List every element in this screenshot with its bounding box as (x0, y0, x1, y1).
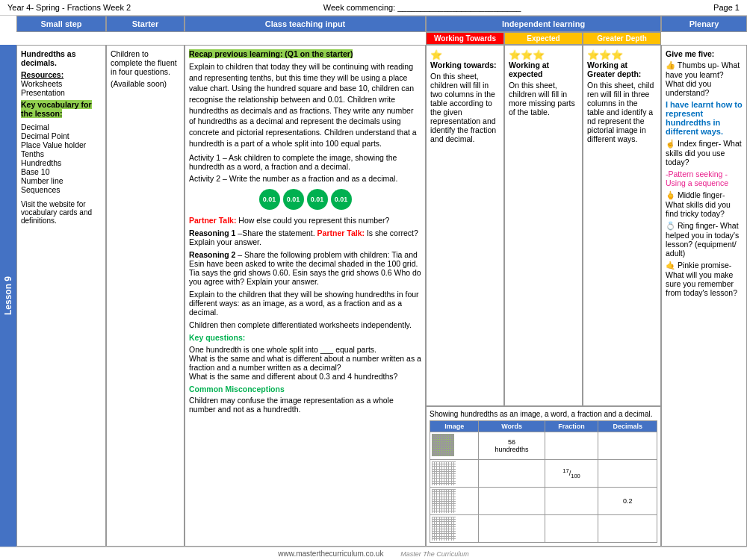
small-step-title: Hundredths as decimals. (21, 49, 102, 67)
common-text: Children may confuse the image represent… (189, 396, 421, 414)
brand-tagline: Master The Curriculum (400, 550, 469, 558)
working-col: ⭐ Working towards: On this sheet, childr… (426, 45, 504, 406)
indep-bottom-title: Showing hundredths as an image, a word, … (430, 410, 657, 418)
explain-text: Explain to the children that they will b… (189, 290, 421, 317)
reasoning2-label: Reasoning 2 (189, 250, 238, 259)
reasoning1-label: Reasoning 1 (189, 228, 238, 237)
row2-decimals (598, 460, 657, 488)
recap-label: Recap previous learning: (Q1 on the star… (189, 49, 353, 58)
row2-words (479, 460, 545, 488)
row1-fraction (545, 432, 598, 460)
row3-words (479, 488, 545, 515)
expected-label: Working at expected (509, 60, 578, 78)
key-questions-label: Key questions: (189, 333, 245, 342)
indep-top: ⭐ Working towards: On this sheet, childr… (426, 45, 661, 406)
plenary-thumb: 👍 Thumbs up- What have you learnt? What … (666, 60, 743, 97)
table-row: document.write(Array(100).fill('<div sty… (430, 432, 657, 460)
table-row: 17/100 (430, 460, 657, 488)
main-content: Lesson 9 Hundredths as decimals. Resourc… (0, 45, 747, 547)
row3-image (430, 488, 479, 515)
resources-label: Resources: (21, 70, 102, 79)
plenary-learnt: I have learnt how to represent hundredth… (666, 100, 743, 136)
row2-fraction: 17/100 (545, 460, 598, 488)
reasoning2: Reasoning 2 – Share the following proble… (189, 250, 421, 286)
row3-fraction (545, 488, 598, 515)
resource-presentation: Presentation (21, 88, 102, 97)
starter-header: Starter (106, 16, 185, 32)
row4-image (430, 515, 479, 543)
vocab-place-value: Place Value holder (21, 140, 102, 149)
row4-fraction (545, 515, 598, 543)
indep-table: Image Words Fraction Decimals document.w (430, 420, 657, 543)
greater-sub-header: Greater Depth (583, 32, 661, 45)
year-title: Year 4- Spring - Fractions Week 2 (7, 3, 131, 12)
columns-wrapper: Hundredths as decimals. Resources: Works… (16, 45, 747, 547)
circle-2: 0.01 (283, 189, 304, 210)
key-q1: One hundredth is one whole split into __… (189, 345, 421, 354)
children-text: Children then complete differentiated wo… (189, 320, 421, 329)
starter-col: Children to complete the fluent in four … (106, 45, 185, 547)
partner-talk-label: Partner Talk: (189, 216, 238, 225)
indep-bottom: Showing hundredths as an image, a word, … (426, 406, 661, 547)
plenary-header: Plenary (661, 16, 747, 32)
key-q2: What is the same and what is different a… (189, 354, 421, 372)
page-header: Year 4- Spring - Fractions Week 2 Week c… (0, 0, 747, 16)
teaching-header: Class teaching input (185, 16, 426, 32)
working-label: Working towards: (430, 60, 500, 69)
key-q3: What is the same and different about 0.3… (189, 372, 421, 381)
row3-decimals: 0.2 (598, 488, 657, 515)
circles-row: 0.01 0.01 0.01 0.01 (189, 189, 421, 210)
plenary-intro: Give me five: (666, 49, 743, 58)
activity1: Activity 1 – Ask children to complete th… (189, 153, 421, 171)
expected-col: ⭐⭐⭐ Working at expected On this sheet, c… (504, 45, 583, 406)
circle-1: 0.01 (259, 189, 280, 210)
activity2: Activity 2 – Write the number as a fract… (189, 174, 421, 183)
page-footer: www.masterthecurriculum.co.uk Master The… (0, 547, 747, 560)
table-row: 0.2 (430, 488, 657, 515)
plenary-index: ☝ Index finger- What skills did you use … (666, 139, 743, 167)
starter-text: Children to complete the fluent in four … (111, 49, 180, 76)
plenary-pinkie: 🤙 Pinkie promise- What will you make sur… (666, 261, 743, 297)
reasoning1: Reasoning 1 –Share the statement. Partne… (189, 228, 421, 246)
partner-talk2: Partner Talk: (317, 228, 367, 237)
resource-worksheets: Worksheets (21, 79, 102, 88)
plenary-ring: 💍 Ring finger- What helped you in today'… (666, 221, 743, 258)
sub-headers-row: Working Towards Expected Greater Depth (16, 32, 747, 45)
small-step-header: Small step (16, 16, 106, 32)
row1-words: 56hundredths (479, 432, 545, 460)
row1-image: document.write(Array(100).fill('<div sty… (430, 432, 479, 460)
small-step-col: Hundredths as decimals. Resources: Works… (16, 45, 106, 547)
row2-image (430, 460, 479, 488)
working-text: On this sheet, children will fill in two… (430, 72, 500, 143)
row4-words (479, 515, 545, 543)
plenary-middle: 🖕 Middle finger- What skills did you fin… (666, 190, 743, 218)
page-number: Page 1 (713, 3, 740, 12)
row4-decimals (598, 515, 657, 543)
teaching-col: Recap previous learning: (Q1 on the star… (185, 45, 426, 547)
footer-url: www.masterthecurriculum.co.uk (278, 550, 383, 558)
greater-label: Working at Greater depth: (587, 60, 657, 78)
vocab-list: Decimal Decimal Point Place Value holder… (21, 122, 102, 194)
th-words: Words (479, 421, 545, 432)
reasoning1-pre: –Share the statement. (238, 228, 317, 237)
vocab-tenths: Tenths (21, 149, 102, 158)
th-fraction: Fraction (545, 421, 598, 432)
section-headers-row: Small step Starter Class teaching input … (16, 16, 747, 32)
page-wrapper: Year 4- Spring - Fractions Week 2 Week c… (0, 0, 747, 560)
vocab-sequences: Sequences (21, 185, 102, 194)
circle-3: 0.01 (307, 189, 328, 210)
partner-talk-text: How else could you represent this number… (238, 216, 389, 225)
vocab-label: Key vocabulary for the lesson: (21, 100, 92, 118)
working-star: ⭐ (430, 49, 500, 60)
teaching-para1: Explain to children that today they will… (189, 61, 421, 149)
week-commencing: Week commencing: _______________________… (323, 3, 521, 12)
partner-talk1: Partner Talk: How else could you represe… (189, 216, 421, 225)
common-label: Common Misconceptions (189, 385, 285, 393)
circle-4: 0.01 (331, 189, 352, 210)
vocab-decimal-point: Decimal Point (21, 131, 102, 140)
table-row (430, 515, 657, 543)
expected-sub-header: Expected (504, 32, 583, 45)
th-image: Image (430, 421, 479, 432)
vocab-hundredths: Hundredths (21, 158, 102, 167)
visit-text: Visit the website for vocabulary cards a… (21, 200, 102, 225)
